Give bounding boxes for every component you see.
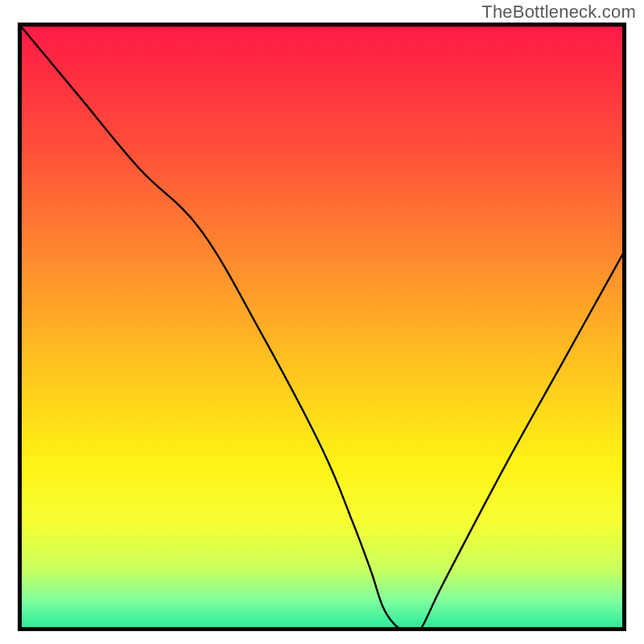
gradient-background	[18, 23, 626, 631]
bottleneck-chart-svg	[18, 23, 626, 631]
plot-area	[18, 23, 626, 631]
chart-frame: TheBottleneck.com	[0, 0, 644, 644]
attribution-text: TheBottleneck.com	[481, 2, 636, 23]
